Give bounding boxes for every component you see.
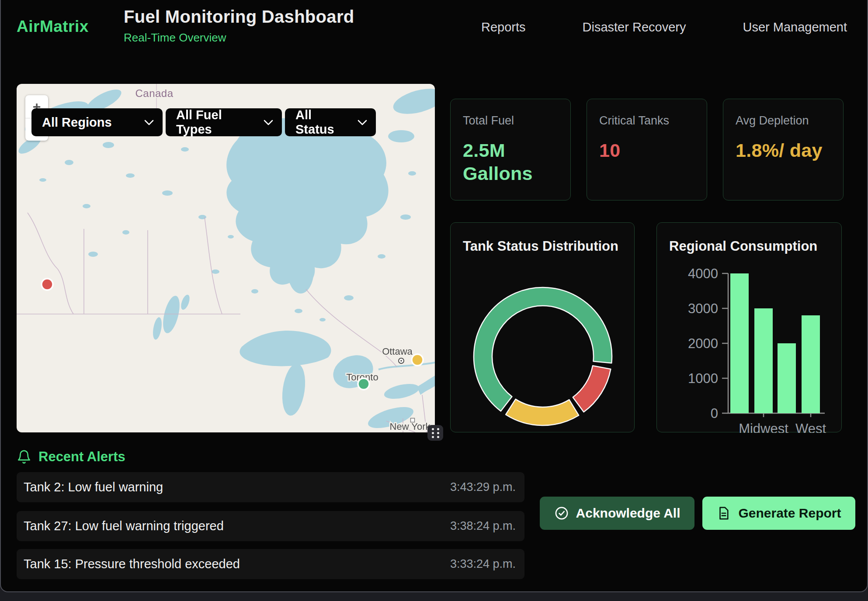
svg-text:West: West — [795, 421, 826, 433]
acknowledge-all-button[interactable]: Acknowledge All — [540, 497, 694, 530]
status-filter-dropdown[interactable]: All Status — [285, 108, 376, 136]
map-resize-handle[interactable] — [427, 425, 443, 441]
page-title: Fuel Monitoring Dashboard — [124, 7, 354, 27]
title-block: Fuel Monitoring Dashboard Real-Time Over… — [124, 7, 354, 45]
svg-text:1000: 1000 — [688, 371, 718, 386]
check-circle-icon — [554, 506, 569, 521]
tank-marker-normal[interactable] — [358, 378, 369, 390]
generate-report-label: Generate Report — [738, 506, 841, 521]
dashboard-page: AirMatrix Fuel Monitoring Dashboard Real… — [0, 0, 868, 601]
report-document-icon — [716, 506, 731, 521]
stat-value: 2.5M Gallons — [463, 139, 558, 185]
svg-text:0: 0 — [711, 406, 718, 421]
svg-text:2000: 2000 — [688, 336, 718, 351]
stat-value: 10 — [599, 139, 694, 162]
nav-user-management[interactable]: User Management — [743, 20, 847, 35]
tank-status-donut-chart — [451, 223, 635, 433]
alert-message: Tank 15: Pressure threshold exceeded — [24, 557, 240, 571]
fuel-map[interactable]: CanadaOttawaTorontoNew York + − All Regi… — [17, 84, 435, 432]
app-logo: AirMatrix — [17, 17, 89, 36]
alert-list-item: Tank 15: Pressure threshold exceeded 3:3… — [17, 549, 524, 579]
stat-card-total-fuel: Total Fuel 2.5M Gallons — [450, 99, 571, 200]
chevron-down-icon — [358, 120, 367, 125]
bell-icon — [17, 449, 31, 464]
alert-timestamp: 3:33:24 p.m. — [450, 557, 516, 571]
chevron-down-icon — [264, 120, 273, 125]
tank-marker-warning[interactable] — [412, 354, 423, 366]
stat-card-avg-depletion: Avg Depletion 1.8%/ day — [723, 99, 844, 200]
tank-marker-critical[interactable] — [42, 279, 53, 290]
stat-card-critical-tanks: Critical Tanks 10 — [587, 99, 707, 200]
alert-timestamp: 3:43:29 p.m. — [450, 480, 516, 494]
nav-reports[interactable]: Reports — [481, 20, 526, 35]
alert-message: Tank 27: Low fuel warning triggered — [24, 519, 224, 533]
main-nav: Reports Disaster Recovery User Managemen… — [481, 0, 847, 54]
fuel-type-filter-value: All Fuel Types — [176, 108, 256, 137]
alerts-header: Recent Alerts — [17, 449, 125, 465]
fuel-type-filter-dropdown[interactable]: All Fuel Types — [166, 108, 282, 136]
alerts-title: Recent Alerts — [38, 449, 125, 465]
stat-label: Avg Depletion — [736, 114, 831, 128]
svg-text:Midwest: Midwest — [739, 421, 788, 433]
page-subtitle: Real-Time Overview — [124, 31, 354, 45]
tank-status-card: Tank Status Distribution — [450, 222, 635, 432]
stat-label: Critical Tanks — [599, 114, 694, 128]
stat-value: 1.8%/ day — [736, 139, 831, 162]
region-filter-dropdown[interactable]: All Regions — [31, 108, 163, 136]
svg-text:New York: New York — [390, 421, 431, 432]
alert-timestamp: 3:38:24 p.m. — [450, 519, 516, 533]
status-filter-value: All Status — [295, 108, 350, 137]
region-filter-value: All Regions — [42, 115, 112, 130]
acknowledge-all-label: Acknowledge All — [576, 506, 681, 521]
svg-text:Canada: Canada — [135, 87, 173, 99]
chevron-down-icon — [144, 120, 154, 125]
nav-disaster-recovery[interactable]: Disaster Recovery — [583, 20, 686, 35]
stat-label: Total Fuel — [463, 114, 558, 128]
alert-list-item: Tank 2: Low fuel warning 3:43:29 p.m. — [17, 472, 524, 502]
alert-list-item: Tank 27: Low fuel warning triggered 3:38… — [17, 511, 524, 541]
alert-message: Tank 2: Low fuel warning — [24, 480, 163, 494]
svg-text:4000: 4000 — [688, 266, 718, 281]
svg-text:Ottawa: Ottawa — [382, 346, 413, 357]
svg-text:3000: 3000 — [688, 301, 718, 316]
regional-consumption-bar-chart: 01000200030004000MidwestWest — [657, 223, 842, 433]
app-header: AirMatrix Fuel Monitoring Dashboard Real… — [0, 0, 868, 55]
regional-consumption-card: Regional Consumption 01000200030004000Mi… — [656, 222, 842, 432]
generate-report-button[interactable]: Generate Report — [702, 497, 855, 530]
map-filters: All Regions All Fuel Types All Status — [31, 108, 376, 136]
